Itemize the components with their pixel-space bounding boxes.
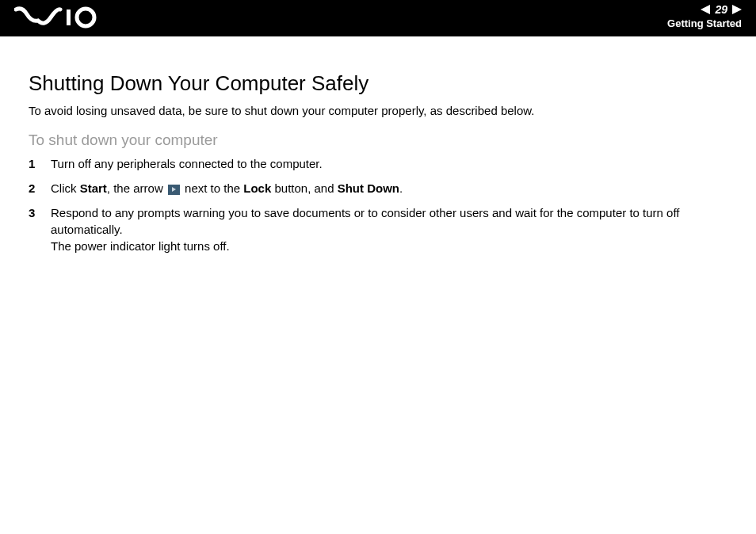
header-bar: 29 Getting Started <box>0 0 756 36</box>
next-page-arrow-icon[interactable] <box>732 5 742 14</box>
vaio-logo <box>14 5 100 33</box>
step-3-text-b: The power indicator light turns off. <box>51 239 230 253</box>
page-content: Shutting Down Your Computer Safely To av… <box>0 36 756 254</box>
step-2-text-e: . <box>399 181 403 195</box>
page-number: 29 <box>715 3 727 16</box>
arrow-button-icon <box>168 185 180 195</box>
step-3-text-a: Respond to any prompts warning you to sa… <box>51 206 679 236</box>
step-2-text-c: next to the <box>181 181 243 195</box>
step-2-text-d: button, and <box>271 181 337 195</box>
step-2-text-a: Click <box>51 181 80 195</box>
header-nav: 29 Getting Started <box>667 3 742 29</box>
page-title: Shutting Down Your Computer Safely <box>29 71 742 96</box>
step-3: Respond to any prompts warning you to sa… <box>29 204 742 254</box>
intro-paragraph: To avoid losing unsaved data, be sure to… <box>29 104 742 117</box>
step-2-start: Start <box>80 181 107 195</box>
step-1-text: Turn off any peripherals connected to th… <box>51 157 323 170</box>
section-label: Getting Started <box>667 17 742 29</box>
step-1: Turn off any peripherals connected to th… <box>29 155 742 172</box>
prev-page-arrow-icon[interactable] <box>701 5 710 14</box>
step-list: Turn off any peripherals connected to th… <box>29 155 742 254</box>
step-2-text-b: , the arrow <box>107 181 166 195</box>
sub-heading: To shut down your computer <box>29 132 742 149</box>
svg-rect-0 <box>67 10 71 25</box>
step-2: Click Start, the arrow next to the Lock … <box>29 180 742 196</box>
step-2-shutdown: Shut Down <box>338 181 399 195</box>
svg-point-1 <box>77 9 94 26</box>
step-2-lock: Lock <box>243 181 271 195</box>
